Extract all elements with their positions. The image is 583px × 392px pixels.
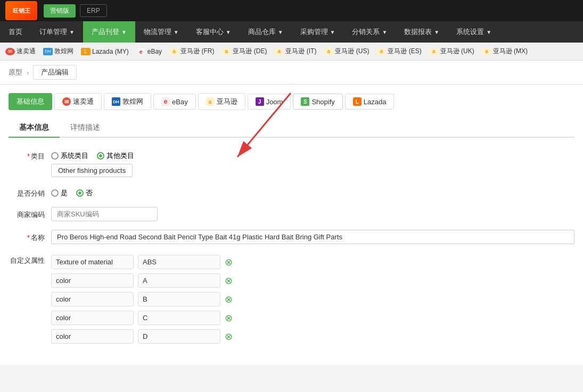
- nav-orders-arrow: ▼: [69, 29, 75, 35]
- category-value-btn[interactable]: Other fishing products: [51, 164, 133, 177]
- nav-settings[interactable]: 系统设置 ▼: [448, 21, 500, 43]
- breadcrumb-parent[interactable]: 原型: [9, 68, 22, 77]
- logo-area: 旺销王: [5, 1, 44, 20]
- shortcut-amazon-fr[interactable]: a 亚马逊 (FR): [169, 47, 214, 56]
- tab-smt[interactable]: ✉ 速卖通: [54, 93, 102, 110]
- shortcut-dh[interactable]: DH 敦煌网: [43, 47, 73, 56]
- platform-tabs-container: 基础信息 ✉ 速卖通 DH 敦煌网 e eBay a 亚马逊: [9, 93, 574, 110]
- nav-warehouse[interactable]: 商品仓库 ▼: [240, 21, 292, 43]
- tab-ebay[interactable]: e eBay: [153, 94, 196, 110]
- nav-purchase[interactable]: 采购管理 ▼: [292, 21, 344, 43]
- attr-val-1[interactable]: [138, 273, 220, 288]
- name-content: [51, 230, 574, 244]
- amazon-tab-label: 亚马逊: [217, 97, 237, 106]
- sku-row: 商家编码: [9, 207, 574, 221]
- nav-orders[interactable]: 订单管理 ▼: [31, 21, 83, 43]
- shortcut-ebay[interactable]: e eBay: [136, 48, 162, 55]
- remove-btn-0[interactable]: ⊗: [225, 256, 233, 268]
- radio-yes-label: 是: [61, 188, 68, 198]
- radio-yes[interactable]: 是: [51, 188, 68, 198]
- amazon-de-icon: a: [221, 48, 231, 55]
- attr-key-0[interactable]: [51, 255, 134, 269]
- tab-joom[interactable]: J Joom: [248, 94, 291, 110]
- attr-val-3[interactable]: [138, 311, 220, 325]
- distribution-label: 是否分销: [9, 186, 51, 198]
- tab-amazon[interactable]: a 亚马逊: [198, 93, 245, 110]
- nav-distribution-arrow: ▼: [382, 29, 387, 35]
- radio-other-category[interactable]: 其他类目: [97, 151, 134, 161]
- tab-basic[interactable]: 基本信息: [9, 119, 60, 138]
- shortcut-lazada-my[interactable]: L Lazada (MY): [81, 48, 129, 55]
- lazada-tab-icon: L: [353, 97, 362, 106]
- radio-yes-circle: [51, 189, 59, 197]
- shortcut-amazon-es[interactable]: a 亚马逊 (ES): [376, 47, 421, 56]
- logo-icon: 旺销王: [5, 1, 37, 20]
- tab-detail[interactable]: 详情描述: [60, 119, 111, 138]
- shortcut-amazon-it[interactable]: a 亚马逊 (IT): [274, 47, 316, 56]
- nav-logistics[interactable]: 物流管理 ▼: [135, 21, 187, 43]
- content-area: 基础信息 ✉ 速卖通 DH 敦煌网 e eBay a 亚马逊: [0, 85, 583, 365]
- attr-key-4[interactable]: [51, 329, 134, 344]
- attr-val-4[interactable]: [138, 329, 220, 344]
- marketing-btn[interactable]: 营销版: [44, 4, 76, 18]
- custom-attr-row: 自定义属性 ⊗ ⊗: [9, 253, 574, 348]
- tab-basic-info[interactable]: 基础信息: [9, 93, 52, 110]
- nav-products[interactable]: 产品刊登 ▼: [83, 21, 135, 43]
- attr-key-3[interactable]: [51, 311, 134, 325]
- attr-val-0[interactable]: [138, 255, 220, 269]
- dh-tab-label: 敦煌网: [122, 97, 143, 106]
- tab-dh[interactable]: DH 敦煌网: [104, 93, 151, 110]
- distribution-radio-group: 是 否: [51, 186, 574, 198]
- breadcrumb-separator: ›: [27, 69, 29, 77]
- remove-btn-4[interactable]: ⊗: [225, 331, 233, 343]
- nav-customer[interactable]: 客服中心 ▼: [187, 21, 240, 43]
- lazada-tab-label: Lazada: [364, 98, 387, 106]
- remove-btn-3[interactable]: ⊗: [225, 312, 233, 324]
- nav-distribution[interactable]: 分销关系 ▼: [343, 21, 396, 43]
- attr-val-2[interactable]: [138, 292, 220, 306]
- radio-system-category[interactable]: 系统类目: [51, 151, 88, 161]
- nav-home[interactable]: 首页: [0, 21, 31, 43]
- remove-btn-1[interactable]: ⊗: [225, 275, 233, 287]
- erp-btn[interactable]: ERP: [80, 4, 107, 17]
- shortcut-amazon-de[interactable]: a 亚马逊 (DE): [221, 47, 267, 56]
- attr-row-3: ⊗: [51, 311, 574, 325]
- shortcut-amazon-us[interactable]: a 亚马逊 (US): [324, 47, 369, 56]
- top-bar: 旺销王 营销版 ERP: [0, 0, 583, 21]
- radio-system-label: 系统类目: [61, 151, 88, 161]
- remove-btn-2[interactable]: ⊗: [225, 294, 233, 305]
- nav-customer-arrow: ▼: [226, 29, 231, 35]
- shortcuts-bar: ✉ 速卖通 DH 敦煌网 L Lazada (MY) e eBay a 亚马逊 …: [0, 43, 583, 61]
- sku-input[interactable]: [51, 207, 158, 221]
- shortcut-amazon-mx[interactable]: a 亚马逊 (MX): [482, 47, 528, 56]
- platform-tabs: 基础信息 ✉ 速卖通 DH 敦煌网 e eBay a 亚马逊: [9, 93, 574, 110]
- tab-lazada[interactable]: L Lazada: [345, 94, 395, 110]
- nav-reports[interactable]: 数据报表 ▼: [396, 21, 448, 43]
- basic-info-label: 基础信息: [17, 97, 44, 106]
- name-input[interactable]: [51, 230, 574, 244]
- nav-bar: 首页 订单管理 ▼ 产品刊登 ▼ 物流管理 ▼ 客服中心 ▼ 商品仓库 ▼ 采购…: [0, 21, 583, 43]
- tab-shopify[interactable]: S Shopify: [293, 94, 342, 110]
- radio-no[interactable]: 否: [76, 188, 93, 198]
- attr-key-2[interactable]: [51, 292, 134, 306]
- page-wrapper: 旺销王 营销版 ERP 首页 订单管理 ▼ 产品刊登 ▼ 物流管理 ▼ 客服中心…: [0, 0, 583, 365]
- shortcut-amazon-uk[interactable]: a 亚马逊 (UK): [429, 47, 474, 56]
- name-label: 名称: [9, 230, 51, 243]
- name-row: 名称: [9, 230, 574, 244]
- category-label: 类目: [9, 148, 51, 161]
- ebay-icon: e: [136, 48, 146, 55]
- attr-row-1: ⊗: [51, 273, 574, 288]
- nav-products-arrow: ▼: [121, 29, 127, 35]
- shortcut-smt[interactable]: ✉ 速卖通: [5, 47, 36, 56]
- attr-key-1[interactable]: [51, 273, 134, 288]
- custom-attr-content: ⊗ ⊗ ⊗: [51, 253, 574, 348]
- joom-tab-icon: J: [256, 97, 264, 106]
- amazon-es-icon: a: [376, 48, 386, 55]
- smt-icon: ✉: [5, 48, 15, 55]
- attr-table: ⊗ ⊗ ⊗: [51, 255, 574, 344]
- sku-content: [51, 207, 574, 221]
- nav-settings-arrow: ▼: [486, 29, 491, 35]
- nav-warehouse-arrow: ▼: [278, 29, 283, 35]
- radio-no-label: 否: [86, 188, 93, 198]
- breadcrumb-current: 产品编辑: [33, 65, 77, 80]
